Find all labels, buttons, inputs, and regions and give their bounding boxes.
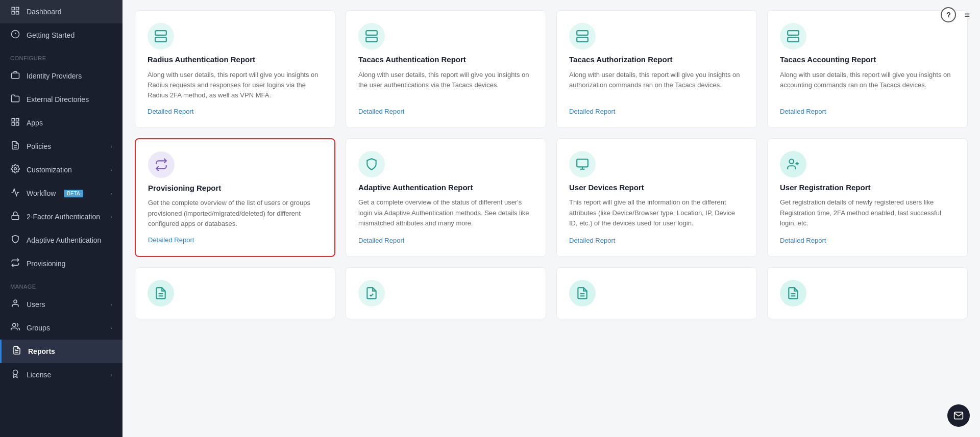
svg-point-16 <box>14 300 17 303</box>
reports-icon <box>12 346 22 357</box>
card-tacacs-acct-desc: Along with user details, this report wil… <box>780 70 955 100</box>
card-provisioning-report-link[interactable]: Detailed Report <box>148 236 322 244</box>
sidebar-item-customization[interactable]: Customization › <box>0 158 122 182</box>
card-report7-icon-wrap <box>569 280 596 306</box>
sidebar-item-apps[interactable]: Apps <box>0 111 122 135</box>
card-report5-icon-wrap <box>148 280 174 306</box>
groups-chevron: › <box>110 325 112 331</box>
sidebar-item-workflow[interactable]: Workflow BETA › <box>0 182 122 205</box>
card-tacacs-authz-icon-wrap <box>569 23 596 49</box>
sidebar-item-groups[interactable]: Groups › <box>0 316 122 340</box>
svg-rect-30 <box>577 31 588 35</box>
card-user-registration-link[interactable]: Detailed Report <box>780 237 955 244</box>
svg-rect-22 <box>155 31 166 35</box>
sidebar-item-getting-started[interactable]: Getting Started <box>0 23 122 47</box>
card-radius-auth-title: Radius Authentication Report <box>148 55 323 65</box>
license-icon <box>10 369 20 380</box>
cards-row-3 <box>135 267 968 319</box>
topbar-controls: ? ≡ <box>941 7 970 22</box>
sidebar-label-2fa: 2-Factor Authentication <box>27 213 100 221</box>
svg-rect-1 <box>16 7 19 10</box>
svg-rect-23 <box>155 37 166 42</box>
main-content: ? ≡ Radius Authentication Report Along w… <box>122 0 980 437</box>
workflow-beta-badge: BETA <box>64 190 83 197</box>
card-tacacs-authz-title: Tacacs Authorization Report <box>569 55 744 65</box>
card-report6-icon-wrap <box>358 280 385 306</box>
card-user-devices: User Devices Report This report will giv… <box>556 138 757 257</box>
card-user-devices-link[interactable]: Detailed Report <box>569 237 744 244</box>
card-user-devices-title: User Devices Report <box>569 183 744 193</box>
svg-point-14 <box>14 168 17 170</box>
provisioning-icon <box>10 258 20 269</box>
sidebar-item-adaptive-auth[interactable]: Adaptive Authentication <box>0 228 122 252</box>
policies-icon <box>10 141 20 152</box>
getting-started-icon <box>10 30 20 41</box>
sidebar-label-workflow: Workflow <box>27 189 56 197</box>
sidebar-item-dashboard[interactable]: Dashboard <box>0 0 122 23</box>
sidebar-item-policies[interactable]: Policies › <box>0 135 122 158</box>
apps-icon <box>10 117 20 128</box>
card-tacacs-acct: Tacacs Accounting Report Along with user… <box>767 10 968 128</box>
card-adaptive-auth-report-desc: Get a complete overview of the status of… <box>358 197 533 229</box>
svg-rect-2 <box>12 12 14 14</box>
card-provisioning-report: Provisioning Report Get the complete ove… <box>135 138 335 257</box>
sidebar-item-external-directories[interactable]: External Directories <box>0 88 122 111</box>
sidebar-item-2fa[interactable]: 2-Factor Authentication › <box>0 205 122 228</box>
card-user-registration-desc: Get registration details of newly regist… <box>780 197 955 229</box>
card-tacacs-authz-link[interactable]: Detailed Report <box>569 108 744 115</box>
card-provisioning-report-desc: Get the complete overview of the list of… <box>148 198 322 228</box>
card-adaptive-auth-icon-wrap <box>358 151 385 177</box>
sidebar-item-identity-providers[interactable]: Identity Providers <box>0 64 122 88</box>
sidebar-item-users[interactable]: Users › <box>0 293 122 316</box>
card-tacacs-auth-icon-wrap <box>358 23 385 49</box>
card-tacacs-acct-icon-wrap <box>780 23 806 49</box>
sidebar-label-external-directories: External Directories <box>27 95 89 104</box>
sidebar-item-reports[interactable]: Reports <box>0 340 122 363</box>
card-tacacs-auth-desc: Along with user details, this report wil… <box>358 70 533 100</box>
sidebar-item-provisioning[interactable]: Provisioning <box>0 252 122 275</box>
svg-rect-15 <box>12 215 19 219</box>
svg-point-17 <box>13 323 16 326</box>
svg-point-41 <box>789 159 794 164</box>
menu-button[interactable]: ≡ <box>964 10 970 20</box>
card-tacacs-auth: Tacacs Authentication Report Along with … <box>346 10 546 128</box>
2fa-icon <box>10 211 20 222</box>
card-tacacs-auth-title: Tacacs Authentication Report <box>358 55 533 65</box>
card-radius-auth-link[interactable]: Detailed Report <box>148 108 323 115</box>
chat-button[interactable] <box>947 404 970 427</box>
card-report8 <box>767 267 968 319</box>
card-provisioning-icon-wrap <box>148 151 175 178</box>
dashboard-icon <box>10 6 20 17</box>
sidebar-label-apps: Apps <box>27 119 43 127</box>
card-report7 <box>556 267 757 319</box>
card-provisioning-report-title: Provisioning Report <box>148 183 322 193</box>
customization-chevron: › <box>110 167 112 173</box>
card-report6 <box>346 267 546 319</box>
svg-rect-26 <box>366 31 377 35</box>
users-icon <box>10 299 20 310</box>
svg-rect-10 <box>12 123 14 125</box>
cards-row-2: Provisioning Report Get the complete ove… <box>135 138 968 257</box>
sidebar-item-license[interactable]: License › <box>0 363 122 387</box>
card-tacacs-acct-link[interactable]: Detailed Report <box>780 108 955 115</box>
card-tacacs-auth-link[interactable]: Detailed Report <box>358 108 533 115</box>
identity-providers-icon <box>10 70 20 82</box>
card-report5 <box>135 267 335 319</box>
card-radius-auth: Radius Authentication Report Along with … <box>135 10 335 128</box>
card-user-registration-title: User Registration Report <box>780 183 955 193</box>
svg-rect-31 <box>577 37 588 42</box>
svg-rect-0 <box>12 7 14 10</box>
svg-rect-35 <box>788 37 799 42</box>
workflow-chevron: › <box>110 190 112 196</box>
license-chevron: › <box>110 372 112 378</box>
card-radius-auth-icon-wrap <box>148 23 174 49</box>
sidebar-label-adaptive-auth: Adaptive Authentication <box>27 236 101 244</box>
cards-row-1: Radius Authentication Report Along with … <box>135 10 968 128</box>
card-tacacs-authz-desc: Along with user details, this report wil… <box>569 70 744 100</box>
svg-rect-38 <box>577 159 588 167</box>
card-user-registration: User Registration Report Get registratio… <box>767 138 968 257</box>
help-button[interactable]: ? <box>941 7 956 22</box>
groups-icon <box>10 322 20 333</box>
card-adaptive-auth-report-link[interactable]: Detailed Report <box>358 237 533 244</box>
users-chevron: › <box>110 301 112 307</box>
